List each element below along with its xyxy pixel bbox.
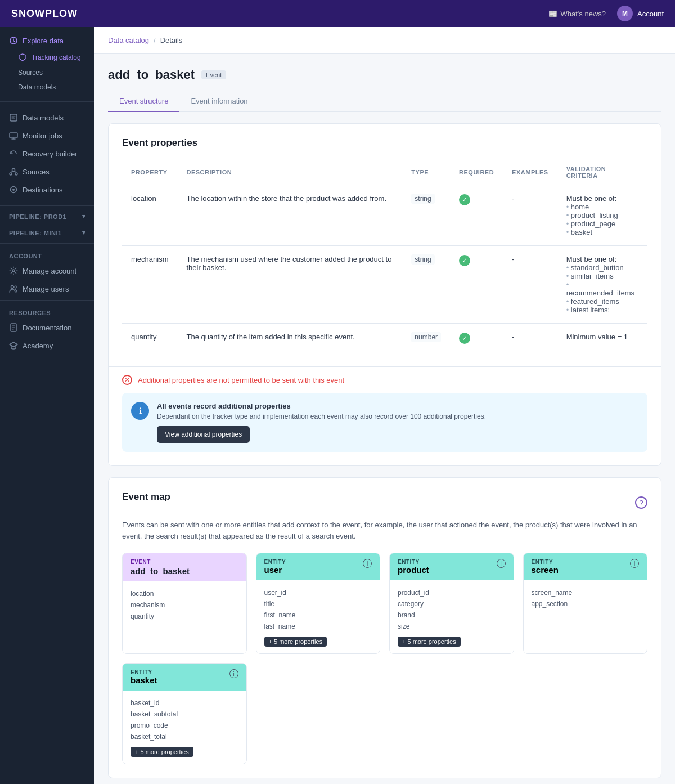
entity-name: user	[264, 565, 286, 575]
entity-info-icon[interactable]: i	[630, 559, 639, 568]
screen-entity-card: ENTITY screen i screen_name app_section	[523, 553, 648, 654]
table-row: location The location within the store t…	[122, 185, 647, 246]
col-required: REQUIRED	[450, 160, 503, 185]
property-description: The location within the store that the p…	[177, 185, 402, 246]
property-validation: Must be one of:homeproduct_listingproduc…	[557, 185, 647, 246]
logo: SNOWPLOW	[11, 8, 78, 20]
entity-info-icon[interactable]: i	[230, 669, 238, 678]
pipeline-prod1-toggle[interactable]: PIPELINE: PROD1 ▾	[9, 213, 86, 220]
entity-info-icon[interactable]: i	[363, 559, 372, 568]
property-examples: -	[503, 324, 557, 353]
entity-grid-row1: EVENT add_to_basket location mechanism q…	[122, 553, 647, 654]
app-header: SNOWPLOW 📰 What's news? M Account	[0, 0, 675, 27]
col-validation: VALIDATION CRITERIA	[557, 160, 647, 185]
event-entity-name: add_to_basket	[130, 566, 238, 576]
no-additional-props-warning: ✕ Additional properties are not permitte…	[109, 366, 661, 393]
event-properties-title: Event properties	[122, 137, 647, 149]
main-content: Data catalog / Details add_to_basket Eve…	[94, 27, 675, 784]
entity-type-label: ENTITY	[130, 669, 158, 675]
col-examples: EXAMPLES	[503, 160, 557, 185]
product-entity-body: product_id category brand size + 5 more …	[390, 580, 514, 653]
sidebar-item-academy[interactable]: Academy	[0, 337, 94, 355]
sidebar-item-recovery-builder[interactable]: Recovery builder	[0, 145, 94, 163]
breadcrumb-link[interactable]: Data catalog	[108, 36, 149, 44]
event-entity-body: location mechanism quantity	[123, 581, 246, 629]
info-box-desc: Dependant on the tracker type and implem…	[157, 413, 638, 420]
entity-name: screen	[532, 565, 559, 575]
screen-card-header: ENTITY screen i	[524, 553, 647, 580]
event-name: add_to_basket	[108, 68, 195, 82]
entity-type-label: ENTITY	[532, 559, 559, 565]
entity-field: screen_name	[532, 587, 640, 598]
doc-icon	[9, 323, 18, 332]
svg-point-9	[11, 286, 14, 289]
sidebar-item-sources-sub[interactable]: Sources	[0, 65, 94, 80]
avatar: M	[617, 6, 633, 21]
properties-table: PROPERTY DESCRIPTION TYPE REQUIRED EXAMP…	[122, 160, 647, 353]
sidebar-item-documentation[interactable]: Documentation	[0, 319, 94, 337]
property-type: string	[402, 185, 450, 246]
entity-field: quantity	[130, 611, 238, 622]
property-examples: -	[503, 185, 557, 246]
entity-field: promo_code	[130, 720, 238, 731]
col-type: TYPE	[402, 160, 450, 185]
svg-point-10	[15, 286, 17, 288]
event-map-card: Event map ? Events can be sent with one …	[108, 477, 662, 778]
tab-event-information[interactable]: Event information	[179, 91, 259, 112]
user-entity-body: user_id title first_name last_name + 5 m…	[256, 580, 380, 653]
entity-field: basket_id	[130, 697, 238, 709]
product-card-header: ENTITY product i	[390, 553, 514, 580]
product-entity-card: ENTITY product i product_id category bra…	[389, 553, 514, 654]
entity-field: mechanism	[130, 599, 238, 611]
tab-event-structure[interactable]: Event structure	[108, 91, 179, 112]
sidebar-item-manage-users[interactable]: Manage users	[0, 280, 94, 298]
sidebar-item-data-models[interactable]: Data models	[0, 109, 94, 127]
property-required: ✓	[450, 246, 503, 324]
account-section-label: ACCOUNT	[0, 246, 94, 262]
event-type-badge: Event	[201, 70, 226, 79]
info-icon: ℹ	[131, 402, 149, 420]
account-menu[interactable]: M Account	[617, 6, 664, 21]
svg-point-8	[12, 270, 15, 272]
event-map-title: Event map	[122, 491, 170, 503]
svg-rect-2	[10, 133, 17, 138]
help-icon[interactable]: ?	[635, 496, 647, 509]
entity-field: first_name	[264, 610, 372, 621]
entity-field: basket_subtotal	[130, 709, 238, 720]
warning-icon: ✕	[122, 375, 132, 385]
sidebar-item-explore-data[interactable]: Explore data	[0, 32, 94, 50]
entity-type-label: ENTITY	[264, 559, 286, 565]
event-properties-card: Event properties PROPERTY DESCRIPTION TY…	[108, 123, 662, 466]
sources-icon	[9, 167, 18, 176]
whats-new-button[interactable]: 📰 What's news?	[548, 10, 606, 18]
sidebar-item-monitor-jobs[interactable]: Monitor jobs	[0, 127, 94, 145]
property-description: The mechanism used where the customer ad…	[177, 246, 402, 324]
sidebar-item-manage-account[interactable]: Manage account	[0, 262, 94, 280]
sidebar-item-data-models-sub[interactable]: Data models	[0, 80, 94, 95]
basket-entity-body: basket_id basket_subtotal promo_code bas…	[123, 691, 246, 764]
more-properties-badge[interactable]: + 5 more properties	[398, 637, 461, 647]
property-type: string	[402, 246, 450, 324]
entity-grid-row2: ENTITY basket i basket_id basket_subtota…	[122, 663, 647, 764]
entity-field: product_id	[398, 587, 506, 598]
sidebar-item-destinations[interactable]: Destinations	[0, 181, 94, 199]
sidebar-item-sources[interactable]: Sources	[0, 163, 94, 181]
screen-entity-body: screen_name app_section	[524, 580, 647, 616]
view-additional-properties-button[interactable]: View additional properties	[157, 426, 250, 443]
warning-text: Additional properties are not permitted …	[138, 376, 344, 384]
chevron-down-icon: ▾	[82, 213, 86, 220]
data-models-icon	[9, 113, 18, 122]
pipeline-mini1-toggle[interactable]: PIPELINE: MINI1 ▾	[9, 229, 86, 236]
entity-info-icon[interactable]: i	[497, 559, 506, 568]
more-properties-badge[interactable]: + 5 more properties	[264, 637, 327, 647]
entity-field: location	[130, 588, 238, 599]
entity-name: product	[398, 565, 429, 575]
property-validation: Minimum value = 1	[557, 324, 647, 353]
sidebar-item-tracking-catalog[interactable]: Tracking catalog	[0, 50, 94, 65]
explore-icon	[9, 36, 18, 45]
entity-type-label: ENTITY	[398, 559, 429, 565]
entity-field: category	[398, 598, 506, 610]
user-card-header: ENTITY user i	[256, 553, 380, 580]
event-entity-card: EVENT add_to_basket location mechanism q…	[122, 553, 247, 654]
more-properties-badge[interactable]: + 5 more properties	[130, 747, 194, 757]
